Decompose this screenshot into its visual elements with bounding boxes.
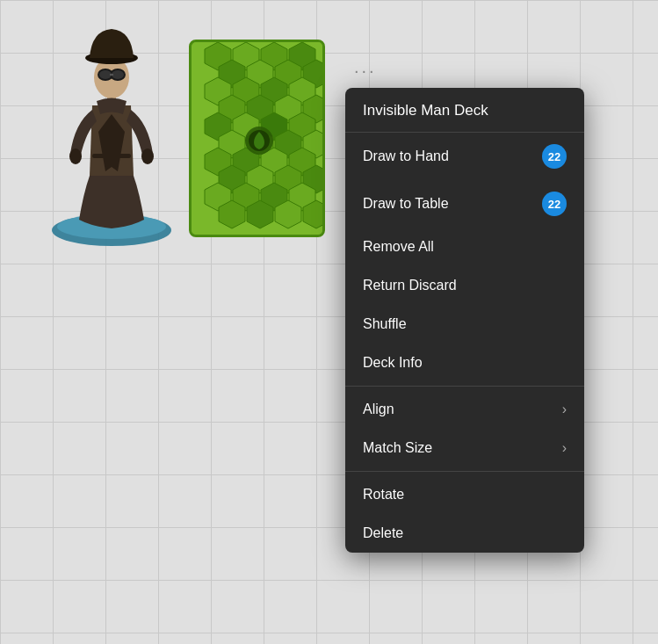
menu-item-match-size[interactable]: Match Size › — [345, 429, 584, 467]
return-discard-label: Return Discard — [363, 278, 457, 293]
menu-item-return-discard[interactable]: Return Discard — [345, 266, 584, 305]
menu-item-draw-to-hand[interactable]: Draw to Hand 22 — [345, 133, 584, 180]
deck-card — [189, 40, 325, 237]
svg-point-3 — [141, 148, 154, 164]
menu-item-deck-info[interactable]: Deck Info — [345, 344, 584, 382]
draw-to-hand-badge: 22 — [542, 144, 567, 169]
game-board: ··· Invisible Man Deck Draw to Hand 22 D… — [0, 0, 658, 644]
draw-to-table-badge: 22 — [542, 192, 567, 216]
align-label: Align — [363, 402, 394, 417]
menu-divider-2 — [345, 471, 584, 472]
draw-to-table-label: Draw to Table — [363, 196, 449, 212]
menu-item-remove-all[interactable]: Remove All — [345, 228, 584, 266]
match-size-label: Match Size — [363, 440, 432, 456]
match-size-chevron-icon: › — [562, 440, 567, 456]
context-menu: Invisible Man Deck Draw to Hand 22 Draw … — [345, 88, 584, 553]
svg-point-8 — [99, 70, 112, 79]
menu-item-shuffle[interactable]: Shuffle — [345, 305, 584, 344]
align-chevron-icon: › — [562, 402, 567, 417]
menu-divider-1 — [345, 386, 584, 387]
rotate-label: Rotate — [363, 487, 404, 503]
svg-point-2 — [69, 148, 82, 164]
remove-all-label: Remove All — [363, 239, 434, 255]
menu-item-align[interactable]: Align › — [345, 390, 584, 429]
svg-rect-12 — [92, 154, 131, 158]
menu-item-delete[interactable]: Delete — [345, 514, 584, 553]
svg-point-9 — [112, 70, 124, 79]
three-dots-button[interactable]: ··· — [347, 57, 384, 84]
card-container[interactable] — [189, 40, 334, 246]
menu-item-draw-to-table[interactable]: Draw to Table 22 — [345, 180, 584, 228]
shuffle-label: Shuffle — [363, 316, 407, 332]
draw-to-hand-label: Draw to Hand — [363, 148, 449, 164]
delete-label: Delete — [363, 525, 403, 541]
menu-title: Invisible Man Deck — [345, 88, 584, 133]
deck-info-label: Deck Info — [363, 355, 423, 371]
character-figure[interactable] — [35, 18, 189, 254]
menu-item-rotate[interactable]: Rotate — [345, 475, 584, 514]
